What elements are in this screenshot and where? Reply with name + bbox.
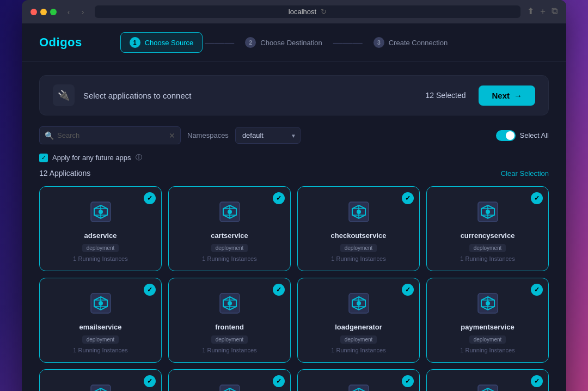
app-instances: 1 Running Instances <box>202 347 256 353</box>
step-choose-source[interactable]: 1 Choose Source <box>120 32 203 53</box>
app-name: adservice <box>84 231 117 240</box>
app-card-frontend[interactable]: ✓ frontend deployment 1 Running Instance… <box>168 278 291 363</box>
app-type-badge: deployment <box>82 335 119 344</box>
check-badge: ✓ <box>402 192 414 204</box>
next-button-label: Next <box>492 91 510 100</box>
search-input[interactable] <box>39 126 181 144</box>
app-card-emailservice[interactable]: ✓ emailservice deployment 1 Running Inst… <box>39 278 162 363</box>
controls-row: 🔍 ✕ Namespaces default kube-system monit… <box>39 126 549 144</box>
app-icon <box>345 381 373 391</box>
step-3-number: 3 <box>373 37 384 48</box>
check-badge: ✓ <box>144 284 156 296</box>
search-clear-icon[interactable]: ✕ <box>169 131 175 140</box>
step-connector-1: ——— <box>203 37 236 48</box>
svg-point-7 <box>486 210 490 214</box>
app-icon <box>216 198 244 226</box>
check-badge: ✓ <box>402 284 414 296</box>
windows-icon[interactable]: ⧉ <box>552 6 558 17</box>
app-card-redis-cart[interactable]: ✓ redis-cart deployment 1 Running Instan… <box>297 369 420 391</box>
app-icon <box>345 198 373 226</box>
stepper: 1 Choose Source ——— 2 Choose Destination… <box>120 32 457 53</box>
app-card-checkoutservice[interactable]: ✓ checkoutservice deployment 1 Running I… <box>297 186 420 271</box>
check-badge: ✓ <box>273 284 285 296</box>
main-content: 🔌 Select applications to connect 12 Sele… <box>22 62 566 391</box>
app-icon <box>216 381 244 391</box>
browser-nav: ‹ › <box>63 7 88 17</box>
app-name: paymentservice <box>461 323 514 331</box>
step-2-label: Choose Destination <box>260 39 322 47</box>
app-instances: 1 Running Instances <box>202 255 256 262</box>
select-all-toggle[interactable]: Select All <box>496 130 549 141</box>
svg-point-1 <box>99 210 103 214</box>
app-card-adservice[interactable]: ✓ adservice deployment 1 Running Instanc… <box>39 186 162 271</box>
browser-actions: ⬆ ＋ ⧉ <box>527 6 558 17</box>
back-icon[interactable]: ‹ <box>63 7 74 17</box>
app-card-productcatalogservice[interactable]: ✓ productcatalogservice deployment 1 Run… <box>39 369 162 391</box>
app-name: checkoutservice <box>331 231 387 240</box>
future-apps-checkbox[interactable]: ✓ <box>39 154 48 162</box>
svg-point-9 <box>99 301 103 306</box>
app-name: cartservice <box>211 231 248 240</box>
check-badge: ✓ <box>531 375 543 387</box>
info-icon[interactable]: ⓘ <box>136 153 142 162</box>
apps-count: 12 Applications <box>39 169 90 178</box>
future-apps-label: Apply for any future apps <box>52 154 131 162</box>
url-text: localhost <box>289 8 316 16</box>
minimize-button[interactable] <box>40 9 47 15</box>
app-type-badge: deployment <box>469 244 506 252</box>
maximize-button[interactable] <box>50 9 57 15</box>
check-badge: ✓ <box>273 192 285 204</box>
namespace-select[interactable]: default kube-system monitoring <box>235 127 301 144</box>
next-button[interactable]: Next → <box>479 85 535 106</box>
step-create-connection[interactable]: 3 Create Connection <box>365 33 456 52</box>
app-instances: 1 Running Instances <box>331 255 385 262</box>
check-badge: ✓ <box>531 284 543 296</box>
step-choose-destination[interactable]: 2 Choose Destination <box>236 33 330 52</box>
app-type-badge: deployment <box>469 335 506 344</box>
clear-selection-link[interactable]: Clear Selection <box>501 169 549 178</box>
app-instances: 1 Running Instances <box>73 255 127 262</box>
share-icon[interactable]: ⬆ <box>527 6 534 17</box>
toggle-switch[interactable] <box>496 130 516 141</box>
checkbox-row: ✓ Apply for any future apps ⓘ <box>39 153 549 162</box>
svg-point-5 <box>357 210 361 214</box>
app-icon <box>474 381 502 391</box>
svg-point-11 <box>228 301 232 306</box>
next-arrow-icon: → <box>514 91 522 100</box>
namespace-label: Namespaces <box>187 131 229 139</box>
select-all-label: Select All <box>520 131 549 139</box>
app-type-badge: deployment <box>82 244 119 252</box>
app-card-paymentservice[interactable]: ✓ paymentservice deployment 1 Running In… <box>426 278 549 363</box>
forward-icon[interactable]: › <box>77 7 88 17</box>
step-1-label: Choose Source <box>145 39 194 47</box>
app-card-cartservice[interactable]: ✓ cartservice deployment 1 Running Insta… <box>168 186 291 271</box>
refresh-icon[interactable]: ↻ <box>321 8 327 16</box>
app-icon <box>87 381 115 391</box>
app-icon <box>216 289 244 317</box>
selection-label: Select applications to connect <box>83 91 417 100</box>
app-icon <box>87 198 115 226</box>
app-card-currencyservice[interactable]: ✓ currencyservice deployment 1 Running I… <box>426 186 549 271</box>
browser-window: ‹ › localhost ↻ ⬆ ＋ ⧉ Odigos 1 Choose So… <box>22 0 566 391</box>
step-connector-2: ——— <box>331 37 365 48</box>
app-name: currencyservice <box>461 231 515 240</box>
search-box: 🔍 ✕ <box>39 126 181 144</box>
app-instances: 1 Running Instances <box>331 347 385 353</box>
app-card-shippingservice[interactable]: ✓ shippingservice deployment 1 Running I… <box>426 369 549 391</box>
app-card-loadgenerator[interactable]: ✓ loadgenerator deployment 1 Running Ins… <box>297 278 420 363</box>
url-bar[interactable]: localhost ↻ <box>95 5 520 18</box>
selected-count: 12 Selected <box>426 91 466 100</box>
app-name: frontend <box>215 323 244 331</box>
app-instances: 1 Running Instances <box>73 347 127 353</box>
app-header: Odigos 1 Choose Source ——— 2 Choose Dest… <box>22 23 566 62</box>
app-logo: Odigos <box>39 35 82 50</box>
apps-header: 12 Applications Clear Selection <box>39 169 549 178</box>
svg-point-3 <box>228 210 232 214</box>
new-tab-icon[interactable]: ＋ <box>538 6 547 17</box>
close-button[interactable] <box>30 9 37 15</box>
app-card-recommendationservice[interactable]: ✓ recommendationservice deployment 1 Run… <box>168 369 291 391</box>
app-type-badge: deployment <box>211 335 248 344</box>
app-icon <box>345 289 373 317</box>
check-badge: ✓ <box>144 192 156 204</box>
app-type-badge: deployment <box>340 244 377 252</box>
